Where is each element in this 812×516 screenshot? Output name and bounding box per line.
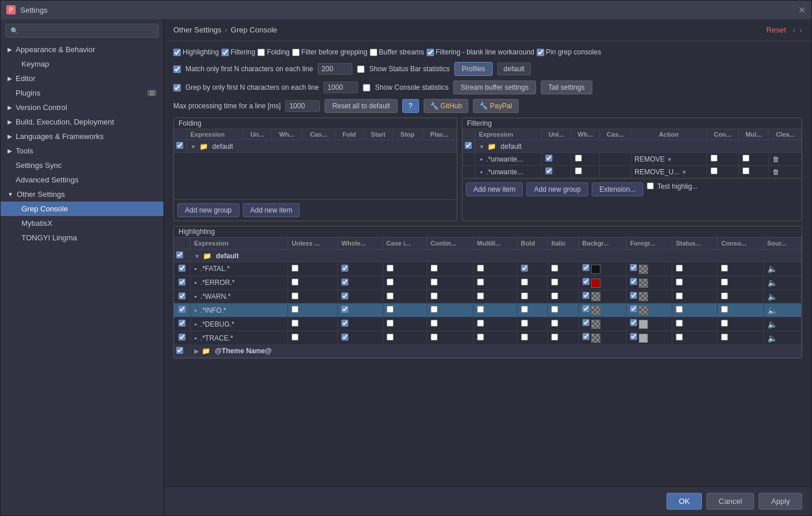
tail-settings-button[interactable]: Tail settings (541, 80, 592, 94)
hl-warn-whole[interactable] (341, 292, 348, 299)
folding-group-check[interactable] (176, 142, 183, 149)
match-only-checkbox[interactable] (173, 65, 181, 73)
hl-fatal-case[interactable] (387, 265, 394, 272)
ok-button[interactable]: OK (667, 493, 702, 510)
filter-unless-check2[interactable] (545, 167, 552, 174)
show-console-checkbox[interactable] (363, 84, 370, 92)
filter-con-check[interactable] (711, 155, 718, 162)
filtering-blank-checkbox[interactable] (427, 49, 434, 56)
hl-warn-bold[interactable] (521, 292, 528, 299)
sidebar-item-tongyi[interactable]: TONGYI Lingma (1, 230, 163, 245)
hl-debug-bg-check[interactable] (582, 319, 589, 326)
grep-value-input[interactable] (323, 82, 358, 93)
github-button[interactable]: 🔧 GitHub (424, 99, 469, 113)
hl-trace-multi[interactable] (477, 334, 484, 341)
show-status-checkbox[interactable] (357, 65, 365, 73)
hl-info-bold[interactable] (521, 306, 528, 313)
hl-error-bold[interactable] (521, 279, 528, 286)
hl-debug-check[interactable] (179, 320, 185, 327)
profiles-button[interactable]: Profiles (454, 62, 493, 76)
grep-only-checkbox[interactable] (173, 84, 181, 92)
hl-info-status[interactable] (676, 306, 683, 313)
hl-warn-multi[interactable] (477, 292, 484, 299)
extension-button[interactable]: Extension... (592, 182, 643, 196)
sidebar-item-keymap[interactable]: Keymap (1, 57, 163, 71)
sidebar-item-grep-console[interactable]: Grep Console (1, 202, 163, 216)
sidebar-item-mybatisx[interactable]: MybatisX (1, 216, 163, 230)
hl-info-whole[interactable] (341, 306, 348, 313)
hl-trace-status[interactable] (676, 334, 683, 341)
sidebar-item-sync[interactable]: ▶ Settings Sync (1, 158, 163, 173)
hl-error-fg-check[interactable] (630, 278, 637, 285)
hl-error-status[interactable] (676, 279, 683, 286)
hl-fatal-multi[interactable] (477, 265, 484, 272)
hl-fatal-fg-check[interactable] (630, 264, 637, 271)
hl-warn-italic[interactable] (551, 292, 558, 299)
hl-fatal-bold[interactable] (521, 265, 528, 272)
max-value-input[interactable] (285, 100, 320, 112)
hl-fatal-unless[interactable] (292, 265, 298, 272)
hl-trace-check[interactable] (179, 334, 185, 341)
apply-button[interactable]: Apply (759, 493, 802, 510)
folding-add-item-button[interactable]: Add new item (243, 203, 300, 217)
cancel-button[interactable]: Cancel (707, 493, 754, 510)
sidebar-item-advanced[interactable]: ▶ Advanced Settings (1, 173, 163, 187)
test-highlight-check[interactable] (647, 182, 654, 189)
hl-info-check[interactable] (179, 306, 185, 313)
hl-warn-fg-check[interactable] (630, 292, 637, 299)
reset-button[interactable]: Reset (766, 25, 786, 34)
hl-error-check[interactable] (179, 279, 185, 286)
hl-fatal-check[interactable] (179, 265, 185, 272)
hl-info-fg-check[interactable] (630, 305, 637, 312)
sidebar-item-editor[interactable]: ▶ Editor (1, 71, 163, 86)
hl-warn-check[interactable] (179, 292, 185, 299)
hl-trace-console[interactable] (721, 334, 728, 341)
hl-info-multi[interactable] (477, 306, 484, 313)
folding-add-group-button[interactable]: Add new group (177, 203, 239, 217)
folding-checkbox[interactable] (257, 49, 265, 56)
hl-debug-unless[interactable] (292, 320, 298, 327)
hl-trace-whole[interactable] (341, 334, 348, 341)
hl-trace-italic[interactable] (551, 334, 558, 341)
hl-warn-case[interactable] (387, 292, 394, 299)
hl-error-console[interactable] (721, 279, 728, 286)
hl-error-contin[interactable] (431, 279, 438, 286)
hl-trace-unless[interactable] (292, 334, 298, 341)
hl-info-case[interactable] (387, 306, 394, 313)
close-button[interactable]: ✕ (798, 5, 806, 16)
filtering-checkbox[interactable] (221, 49, 229, 56)
hl-error-whole[interactable] (341, 279, 348, 286)
sidebar-item-plugins[interactable]: ▶ Plugins ⊡ (1, 86, 163, 100)
help-button[interactable]: ? (402, 99, 419, 113)
hl-debug-console[interactable] (721, 320, 728, 327)
hl-warn-console[interactable] (721, 292, 728, 299)
hl-debug-multi[interactable] (477, 320, 484, 327)
hl-warn-unless[interactable] (292, 292, 298, 299)
hl-fatal-italic[interactable] (551, 265, 558, 272)
filter-whole-check[interactable] (575, 155, 582, 162)
hl-fatal-contin[interactable] (431, 265, 438, 272)
hl-info-bg-check[interactable] (582, 305, 589, 312)
filter-whole-check2[interactable] (575, 167, 582, 174)
sidebar-item-build[interactable]: ▶ Build, Execution, Deployment (1, 115, 163, 129)
pin-grep-checkbox[interactable] (537, 49, 544, 56)
hl-debug-bold[interactable] (521, 320, 528, 327)
forward-arrow[interactable]: › (800, 26, 802, 34)
stream-buffer-button[interactable]: Stream buffer settings (453, 80, 536, 94)
match-value-input[interactable] (318, 63, 352, 75)
hl-info-contin[interactable] (431, 306, 438, 313)
search-input[interactable] (22, 27, 154, 35)
filter-con-check2[interactable] (711, 167, 718, 174)
back-arrow[interactable]: ‹ (793, 26, 795, 34)
hl-info-unless[interactable] (292, 306, 298, 313)
hl-fatal-status[interactable] (676, 265, 683, 272)
hl-error-italic[interactable] (551, 279, 558, 286)
paypal-button[interactable]: 🔧 PayPal (473, 99, 518, 113)
hl-debug-fg-check[interactable] (630, 319, 637, 326)
hl-fatal-console[interactable] (721, 265, 728, 272)
hl-trace-case[interactable] (387, 334, 394, 341)
hl-debug-whole[interactable] (341, 320, 348, 327)
hl-warn-contin[interactable] (431, 292, 438, 299)
hl-trace-bg-check[interactable] (582, 333, 589, 340)
hl-warn-bg-check[interactable] (582, 292, 589, 299)
